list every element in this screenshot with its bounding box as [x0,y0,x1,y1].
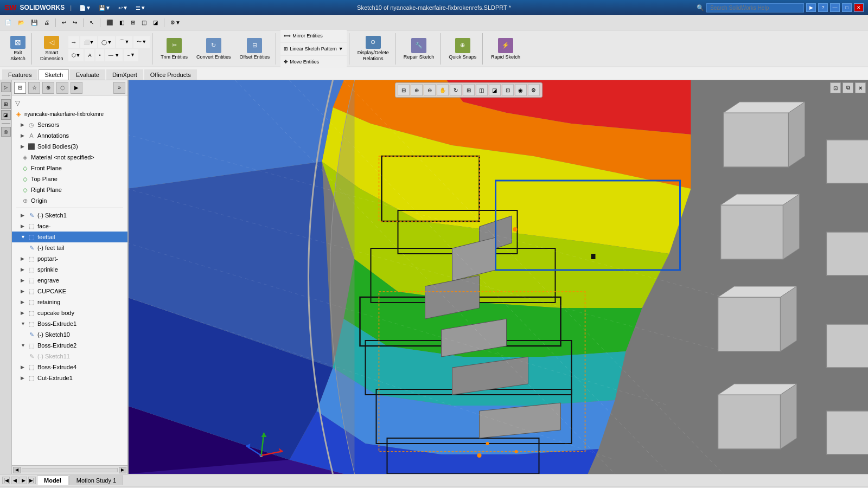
model-tab[interactable]: Model [37,476,68,485]
tree-item-poptart[interactable]: ▶ ⬚ poptart- [12,253,127,264]
tree-item-boss-extrude2[interactable]: ▼ ⬚ Boss-Extrude2 [12,340,127,351]
tree-item-front-plane[interactable]: ◇ Front Plane [12,163,127,174]
3d-view-button[interactable]: ⬛ [104,17,116,29]
tree-item-feet-tail[interactable]: ✎ (-) feet tail [12,242,127,253]
search-input[interactable] [706,3,804,12]
view-close-button[interactable]: ✕ [855,82,866,93]
help-button[interactable]: ? [818,3,828,12]
tab-sketch[interactable]: Sketch [39,69,69,80]
centerline-button[interactable]: — ▼ [105,49,123,61]
mirror-entities-button[interactable]: ⟺ Mirror Entities [280,30,346,42]
point-button[interactable]: • [95,49,104,61]
pan-button[interactable]: ✋ [437,84,449,96]
tree-item-right-plane[interactable]: ◇ Right Plane [12,184,127,195]
tree-tab-feature[interactable]: ⊟ [14,82,26,94]
appearance-vp-button[interactable]: ◉ [515,84,527,96]
tree-item-sprinkle[interactable]: ▶ ⬚ sprinkle [12,264,127,275]
standard-views-button[interactable]: ⊞ [128,17,138,29]
convert-entities-button[interactable]: ↻ Convert Entities [193,34,235,63]
new-button[interactable]: 📄 [2,17,14,29]
tree-tab-display[interactable]: ◌ [56,82,68,94]
tab-nav-prev[interactable]: ◀ [11,477,18,484]
tree-item-annotations[interactable]: ▶ A Annotations [12,130,127,141]
offset-entities-button[interactable]: ⊟ Offset Entities [235,34,273,63]
display-style-vp-button[interactable]: ◪ [489,84,501,96]
options-gear-button[interactable]: ⚙▼ [168,17,183,29]
view-orientation-button[interactable]: ⊞ [1,99,11,109]
minimize-button[interactable]: — [830,3,840,12]
tree-item-cupcake-body[interactable]: ▶ ⬚ cupcake body [12,307,127,318]
tree-tab-property[interactable]: ☆ [28,82,40,94]
standard-views-vp-button[interactable]: ⊞ [463,84,475,96]
save-button[interactable]: 💾▼ [97,2,113,13]
zoom-out-button[interactable]: ⊖ [424,84,436,96]
viewport[interactable]: ⊟ ⊕ ⊖ ✋ ↻ ⊞ ◫ ◪ ⊡ ◉ ⚙ ⊡ ⧉ ✕ [129,80,868,474]
tree-tab-more[interactable]: ▶ [71,82,82,94]
tree-expand-button[interactable]: » [113,82,125,94]
tree-item-feettail[interactable]: ▼ ⬚ feettail [12,232,127,242]
display-style-button[interactable]: ◪ [150,17,161,29]
tree-item-cupcake[interactable]: ▶ ⬚ CUPCAKE [12,286,127,297]
rapid-sketch-button[interactable]: ⚡ Rapid Sketch [487,34,524,63]
line-button[interactable]: ⊸ [68,36,79,48]
tab-evaluate[interactable]: Evaluate [70,69,105,80]
tab-features[interactable]: Features [2,69,37,80]
display-delete-button[interactable]: ⊙ Display/Delete Relations [354,34,393,63]
circle-button[interactable]: ◯▼ [98,36,115,48]
tree-item-solid-bodies[interactable]: ▶ ⬛ Solid Bodies(3) [12,141,127,152]
zoom-in-button[interactable]: ⊕ [411,84,423,96]
options-button[interactable]: ☰▼ [133,2,148,13]
print-button[interactable]: 🖨 [41,17,52,29]
tree-item-sketch11[interactable]: ✎ (-) Sketch11 [12,351,127,362]
view-cascade-button[interactable]: ⧉ [843,82,853,93]
tree-item-cut-extrude1[interactable]: ▶ ⬚ Cut-Extrude1 [12,373,127,383]
rect-button[interactable]: ⬜▼ [80,36,98,48]
quick-snaps-button[interactable]: ⊕ Quick Snaps [445,34,480,63]
file-button[interactable]: 📄▼ [77,2,93,13]
rotate-button[interactable]: ↻ [450,84,462,96]
options-vp-button[interactable]: ⚙ [528,84,540,96]
scroll-left-btn[interactable]: ◀ [13,467,21,473]
tab-dimxpert[interactable]: DimXpert [106,69,143,80]
selection-filter-button[interactable]: ▷ [1,82,11,92]
move-entities-button[interactable]: ✥ Move Entities [280,56,346,68]
arc-button[interactable]: ⌒▼ [116,36,132,48]
tree-item-sensors[interactable]: ▶ ◷ Sensors [12,119,127,130]
tab-office[interactable]: Office Products [144,69,197,80]
tree-item-retaining[interactable]: ▶ ⬚ retaining [12,297,127,307]
undo-small-button[interactable]: ↩ [59,17,69,29]
tab-nav-next[interactable]: ▶ [20,477,27,484]
tree-item-top-plane[interactable]: ◇ Top Plane [12,174,127,184]
tree-item-face[interactable]: ▶ ⬚ face- [12,221,127,232]
save-small-button[interactable]: 💾 [28,17,40,29]
tab-nav-first[interactable]: |◀ [2,477,10,484]
3d-pointer-button[interactable]: ⊡ [502,84,514,96]
cursor-button[interactable]: ↖ [87,17,97,29]
section-view-vp-button[interactable]: ◫ [476,84,488,96]
exit-sketch-button[interactable]: ⊠ Exit Sketch [7,34,29,63]
tree-item-sketch1[interactable]: ▶ ✎ (-) Sketch1 [12,210,127,221]
scroll-right-btn[interactable]: ▶ [119,467,126,473]
tab-nav-last[interactable]: ▶| [28,477,36,484]
tree-item-engrave[interactable]: ▶ ⬚ engrave [12,275,127,286]
redo-small-button[interactable]: ↪ [70,17,80,29]
polygon-button[interactable]: ⬡▼ [68,49,84,61]
motion-study-tab[interactable]: Motion Study 1 [69,476,123,485]
text-button[interactable]: A [85,49,94,61]
tree-item-boss-extrude1[interactable]: ▼ ⬚ Boss-Extrude1 [12,318,127,329]
spline-button[interactable]: 〜▼ [133,36,150,48]
undo-button[interactable]: ↩▼ [116,2,130,13]
appearance-button[interactable]: ◎ [1,127,11,137]
linear-sketch-button[interactable]: ⊞ Linear Sketch Pattern ▼ [280,43,346,55]
open-button[interactable]: 📂 [15,17,27,29]
search-go-button[interactable]: ▶ [806,3,816,12]
fillet-button[interactable]: ⌣▼ [124,49,138,61]
maximize-button[interactable]: □ [842,3,852,12]
tree-item-sketch10[interactable]: ✎ (-) Sketch10 [12,329,127,340]
tree-item-boss-extrude4[interactable]: ▶ ⬚ Boss-Extrude4 [12,362,127,373]
repair-sketch-button[interactable]: 🔧 Repair Sketch [400,34,438,63]
tree-item-root[interactable]: ◈ nyancake-makerfaire-fixbrokenre [12,108,127,119]
scroll-track[interactable] [22,468,118,472]
view-maximize-button[interactable]: ⊡ [830,82,841,93]
section-view-button[interactable]: ◫ [139,17,149,29]
